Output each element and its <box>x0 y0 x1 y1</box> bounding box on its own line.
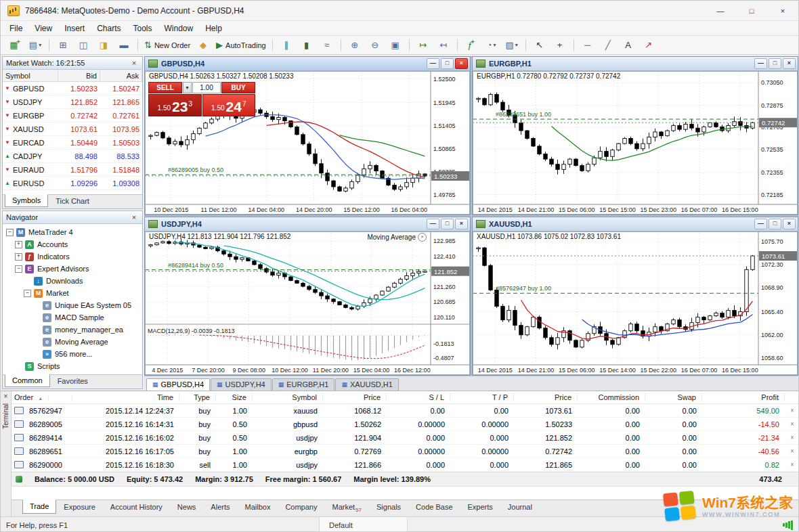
chart-close-button[interactable]: × <box>455 58 468 69</box>
terminal-column-t-p[interactable]: T / P <box>450 393 514 401</box>
chart-tab-xauusd-h1[interactable]: ▦XAUUSD,H1 <box>335 378 398 391</box>
nav-item-macd-sample[interactable]: eMACD Sample <box>3 311 142 324</box>
column-bid[interactable]: Bid <box>58 70 100 81</box>
close-position-button[interactable]: × <box>785 420 799 428</box>
chart-close-button[interactable]: × <box>783 58 796 69</box>
chart-close-button[interactable]: × <box>455 219 468 229</box>
chart-tab-gbpusd-h4[interactable]: ▦GBPUSD,H4 <box>146 378 210 391</box>
toolbar-horizontal-line-button[interactable]: ─ <box>578 37 598 53</box>
chart-restore-button[interactable]: □ <box>769 58 781 69</box>
menu-insert[interactable]: Insert <box>58 21 91 36</box>
close-position-button[interactable]: × <box>785 461 799 468</box>
chart-window-titlebar[interactable]: XAUUSD,H1 — □ × <box>473 217 798 231</box>
chart-minimize-button[interactable]: — <box>754 58 767 69</box>
market-watch-row-cadjpy[interactable]: ▲CADJPY88.49888.533 <box>3 150 142 163</box>
toolbar-templates-button[interactable]: ▨▾ <box>502 37 522 53</box>
toolbar-trendline-button[interactable]: ╱ <box>598 37 618 53</box>
collapse-icon[interactable]: − <box>6 229 14 236</box>
nav-item-money-manager-ea[interactable]: emoney_manager_ea <box>3 324 142 336</box>
toolbar-auto-scroll-button[interactable]: ↦ <box>413 37 433 53</box>
menu-help[interactable]: Help <box>199 21 228 36</box>
nav-item-downloads[interactable]: ↓Downloads <box>3 275 142 287</box>
close-position-button[interactable]: × <box>785 434 799 441</box>
toolbar-new-chart-button[interactable]: ▦+ <box>5 37 25 53</box>
nav-item-unique-eas-system-05[interactable]: eUnique EAs System 05 <box>3 299 142 311</box>
terminal-tab-company[interactable]: Company <box>278 500 324 514</box>
nav-item-metatrader-4[interactable]: −MMetaTrader 4 <box>3 226 142 238</box>
eurgbp-chart-mount[interactable]: 14 Dec 201514 Dec 21:0015 Dec 06:0015 De… <box>473 71 798 215</box>
nav-item-indicators[interactable]: +ƒIndicators <box>3 250 142 263</box>
order-row-86289651[interactable]: 862896512015.12.16 16:17:05buy1.00eurgbp… <box>12 445 799 458</box>
navigator-tab-common[interactable]: Common <box>5 374 50 387</box>
terminal-tab-trade[interactable]: Trade <box>22 500 56 514</box>
menu-view[interactable]: View <box>28 21 58 36</box>
xauusd-chart-mount[interactable]: 14 Dec 201514 Dec 21:0015 Dec 06:0015 De… <box>473 231 798 375</box>
terminal-tab-account-history[interactable]: Account History <box>103 500 170 514</box>
terminal-tab-news[interactable]: News <box>170 500 204 514</box>
collapse-icon[interactable]: − <box>24 290 31 297</box>
nav-item-accounts[interactable]: +AAccounts <box>3 238 142 250</box>
toolbar-chart-shift-button[interactable]: ↤ <box>433 37 454 53</box>
expand-icon[interactable]: + <box>15 241 22 248</box>
terminal-column-s-l[interactable]: S / L <box>387 393 450 401</box>
market-watch-tab-symbols[interactable]: Symbols <box>5 194 48 207</box>
collapse-icon[interactable]: − <box>15 265 22 273</box>
toolbar-arrows-tool-button[interactable]: ↗ <box>639 37 659 53</box>
column-symbol[interactable]: Symbol <box>3 70 58 81</box>
toolbar-crosshair-button[interactable]: + <box>550 37 570 53</box>
column-ask[interactable]: Ask <box>100 70 142 81</box>
toolbar-cursor-button[interactable]: ↖ <box>530 37 550 53</box>
terminal-column-type[interactable]: Type <box>179 393 216 401</box>
terminal-column-price[interactable]: Price <box>514 393 578 401</box>
terminal-tab-mailbox[interactable]: Mailbox <box>237 500 278 514</box>
terminal-tab-market[interactable]: Market57 <box>324 500 369 516</box>
chart-tab-usdjpy-h4[interactable]: ▦USDJPY,H4 <box>211 378 272 391</box>
chart-restore-button[interactable]: □ <box>441 58 454 69</box>
chart-close-button[interactable]: × <box>783 219 796 229</box>
terminal-tab-journal[interactable]: Journal <box>500 500 540 514</box>
toolbar-data-window-button[interactable]: ◫ <box>73 37 93 53</box>
close-position-button[interactable]: × <box>785 447 799 455</box>
menu-charts[interactable]: Charts <box>91 21 127 36</box>
market-watch-row-euraud[interactable]: ▼EURAUD1.517961.51848 <box>3 163 142 177</box>
chart-restore-button[interactable]: □ <box>769 219 781 229</box>
chart-window-titlebar[interactable]: USDJPY,H4 — □ × <box>145 217 470 231</box>
chart-window-titlebar[interactable]: GBPUSD,H4 — □ × <box>145 57 470 71</box>
nav-item-scripts[interactable]: SScripts <box>3 360 142 372</box>
toolbar-candlestick-chart-button[interactable]: ▮ <box>297 37 317 53</box>
nav-item-moving-average[interactable]: eMoving Average <box>3 336 142 348</box>
toolbar-bar-chart-button[interactable]: ∥ <box>276 37 297 53</box>
terminal-close-icon[interactable]: × <box>4 393 8 402</box>
terminal-tab-signals[interactable]: Signals <box>369 500 408 514</box>
navigator-tab-favorites[interactable]: Favorites <box>50 375 95 388</box>
nav-item-956-more-[interactable]: »956 more... <box>3 348 142 360</box>
market-watch-close-icon[interactable]: × <box>129 59 139 67</box>
chart-minimize-button[interactable]: — <box>427 58 439 69</box>
terminal-column-symbol[interactable]: Symbol <box>253 393 323 401</box>
terminal-column-price[interactable]: Price <box>323 393 387 401</box>
toolbar-line-chart-button[interactable]: ≈ <box>317 37 337 53</box>
order-row-86289414[interactable]: 862894142015.12.16 16:16:02buy0.50usdjpy… <box>12 431 799 445</box>
toolbar-market-watch-button[interactable]: ⊞ <box>53 37 73 53</box>
chart-minimize-button[interactable]: — <box>754 219 767 229</box>
toolbar-zoom-out-button[interactable]: ⊖ <box>365 37 385 53</box>
chart-tab-eurgbp-h1[interactable]: ▦EURGBP,H1 <box>272 378 335 391</box>
terminal-tab-code-base[interactable]: Code Base <box>408 500 460 514</box>
market-watch-row-usdjpy[interactable]: ▼USDJPY121.852121.865 <box>3 95 142 109</box>
usdjpy-chart-mount[interactable]: 4 Dec 20157 Dec 20:009 Dec 08:0010 Dec 1… <box>145 231 470 375</box>
terminal-tab-experts[interactable]: Experts <box>460 500 500 514</box>
toolbar-text-label-button[interactable]: A <box>618 37 639 53</box>
expand-icon[interactable]: + <box>15 253 22 261</box>
usdjpy-candlestick-chart[interactable]: 4 Dec 20157 Dec 20:009 Dec 08:0010 Dec 1… <box>145 231 470 375</box>
toolbar-navigator-button[interactable]: ◨ <box>93 37 114 53</box>
nav-item-market[interactable]: −MMarket <box>3 287 142 299</box>
maximize-button[interactable]: □ <box>736 1 767 20</box>
order-row-86290000[interactable]: 862900002015.12.16 16:18:30sell1.00usdjp… <box>12 458 799 472</box>
chart-window-titlebar[interactable]: EURGBP,H1 — □ × <box>473 57 798 71</box>
toolbar-autotrading-button[interactable]: ▶AutoTrading <box>213 37 269 53</box>
minimize-button[interactable]: — <box>705 1 736 20</box>
order-row-85762947[interactable]: 857629472015.12.14 12:24:37buy1.00xauusd… <box>12 404 799 418</box>
menu-tools[interactable]: Tools <box>127 21 158 36</box>
toolbar-zoom-in-button[interactable]: ⊕ <box>345 37 365 53</box>
menu-window[interactable]: Window <box>158 21 200 36</box>
